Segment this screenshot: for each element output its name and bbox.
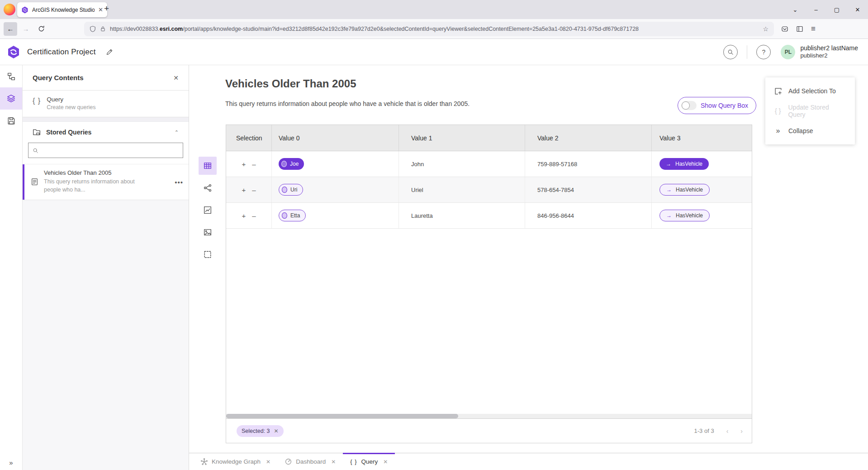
selected-badge[interactable]: Selected: 3 ✕ [237,425,284,437]
relationship-chip[interactable]: →HasVehicle [659,184,710,196]
tool-map-view[interactable] [199,223,217,241]
table-row[interactable]: + – Uri Uriel 578-654-7854 →HasVehicle [226,177,752,203]
cell-value1: John [398,151,525,177]
view-tool-rail [189,125,226,443]
menu-item-collapse[interactable]: » Collapse [765,121,855,141]
tool-selection-view[interactable] [199,245,217,264]
browser-tab-strip: ArcGIS Knowledge Studio ✕ + ⌄ – ▢ ✕ [0,0,868,19]
remove-from-selection-button[interactable]: – [252,212,256,220]
shield-icon[interactable] [90,26,96,32]
query-item-subtitle: Create new queries [47,104,95,110]
close-tab-icon[interactable]: ✕ [331,459,336,465]
stored-query-options-icon[interactable]: ••• [175,178,183,186]
panel-close-icon[interactable]: ✕ [173,74,179,82]
toggle-knob [682,101,690,110]
tool-table-view[interactable] [199,157,217,175]
reload-button[interactable] [34,22,48,36]
stored-query-item[interactable]: Vehicles Older Than 2005 This query retu… [23,164,189,200]
nav-right-icons: ≡ [781,24,822,34]
bookmark-star-icon[interactable]: ☆ [763,25,768,33]
network-icon [204,184,212,192]
relationship-chip[interactable]: →HasVehicle [659,158,709,170]
library-sidebar-icon[interactable] [796,25,803,33]
menu-item-add-selection-to[interactable]: Add Selection To [765,81,855,101]
clear-selection-icon[interactable]: ✕ [274,428,279,434]
query-item[interactable]: { } Query Create new queries [23,91,189,117]
new-tab-button[interactable]: + [104,4,109,14]
rail-item-data-model[interactable] [0,65,22,87]
collapse-section-icon[interactable]: ⌃ [175,129,179,135]
user-info[interactable]: publisher2 lastName publisher2 [800,44,858,60]
entity-chip[interactable]: Etta [279,210,306,221]
tab-close-icon[interactable]: ✕ [98,7,103,13]
url-bar[interactable]: https://dev0028833.esri.com/portal/apps/… [84,22,774,36]
column-header[interactable]: Selection [226,125,271,151]
horizontal-scrollbar[interactable] [226,414,752,418]
cell-value2: 759-889-57168 [525,151,651,177]
scrollbar-thumb[interactable] [226,414,458,418]
page-range: 1-3 of 3 [694,427,714,434]
expand-rail-button[interactable]: » [0,459,22,466]
table-row[interactable]: + – Joe John 759-889-57168 →HasVehicle [226,151,752,177]
tool-chart-view[interactable] [199,201,217,219]
prev-page-icon[interactable]: ‹ [726,427,729,435]
app-logo-icon[interactable] [7,45,20,59]
column-header[interactable]: Value 1 [398,125,525,151]
tab-dashboard[interactable]: Dashboard ✕ [278,453,343,470]
add-to-selection-button[interactable]: + [242,212,246,220]
arrow-icon: → [666,212,672,219]
entity-chip[interactable]: Joe [279,158,304,170]
tool-link-chart[interactable] [199,179,217,197]
pocket-save-icon[interactable] [781,25,788,33]
column-header[interactable]: Value 2 [525,125,651,151]
menu-item-update-stored-query[interactable]: { } Update Stored Query [765,101,855,121]
stored-search-box[interactable] [28,143,183,158]
pencil-icon [106,48,113,56]
url-text[interactable]: https://dev0028833.esri.com/portal/apps/… [110,26,759,32]
query-viewer: Vehicles Older Than 2005 This query retu… [189,65,868,453]
remove-from-selection-button[interactable]: – [252,160,256,168]
browser-tab[interactable]: ArcGIS Knowledge Studio ✕ [17,2,107,17]
tab-knowledge-graph[interactable]: Knowledge Graph ✕ [194,453,278,470]
relationship-chip[interactable]: →HasVehicle [659,210,710,221]
rail-item-contents[interactable] [0,87,22,110]
stored-query-title: Vehicles Older Than 2005 [44,169,135,176]
rail-item-save[interactable] [0,110,22,132]
stored-queries-title: Stored Queries [46,129,91,136]
window-maximize-icon[interactable]: ▢ [826,0,847,19]
add-to-selection-button[interactable]: + [242,186,246,194]
remove-from-selection-button[interactable]: – [252,186,256,194]
cell-value1: Uriel [398,177,525,202]
show-query-box-toggle[interactable]: Show Query Box [678,97,756,114]
panel-gap [23,117,189,122]
stored-search-input[interactable] [42,147,179,154]
close-tab-icon[interactable]: ✕ [383,459,388,465]
help-button[interactable]: ? [756,45,771,59]
stored-query-desc-2: people who ha... [44,186,135,194]
tab-title: ArcGIS Knowledge Studio [32,7,95,13]
cell-value2: 578-654-7854 [525,177,651,202]
workspace: » Query Contents ✕ { } Query Create new … [0,65,868,470]
tab-query[interactable]: { } Query ✕ [343,453,395,470]
close-tab-icon[interactable]: ✕ [266,459,270,465]
menu-hamburger-icon[interactable]: ≡ [811,24,816,34]
column-header[interactable]: Value 3 [651,125,752,151]
window-minimize-icon[interactable]: – [806,0,826,19]
window-close-icon[interactable]: ✕ [847,0,868,19]
tab-list-dropdown-icon[interactable]: ⌄ [785,0,806,19]
edit-title-button[interactable] [106,48,113,56]
forward-button[interactable]: → [19,22,33,36]
stored-queries-header[interactable]: Stored Queries ⌃ [23,122,189,140]
toggle-switch[interactable] [681,101,697,110]
search-button[interactable] [723,45,738,59]
entity-chip[interactable]: Uri [279,184,303,196]
column-header[interactable]: Value 0 [271,125,398,151]
add-to-selection-button[interactable]: + [242,160,246,168]
avatar[interactable]: PL [781,45,795,59]
firefox-menu-icon[interactable] [4,4,15,15]
back-button[interactable]: ← [4,22,17,36]
next-page-icon[interactable]: › [740,427,743,435]
table-row[interactable]: + – Etta Lauretta 846-956-8644 →HasVehic… [226,203,752,229]
lock-icon[interactable] [100,26,106,32]
braces-icon: { } [33,97,41,110]
